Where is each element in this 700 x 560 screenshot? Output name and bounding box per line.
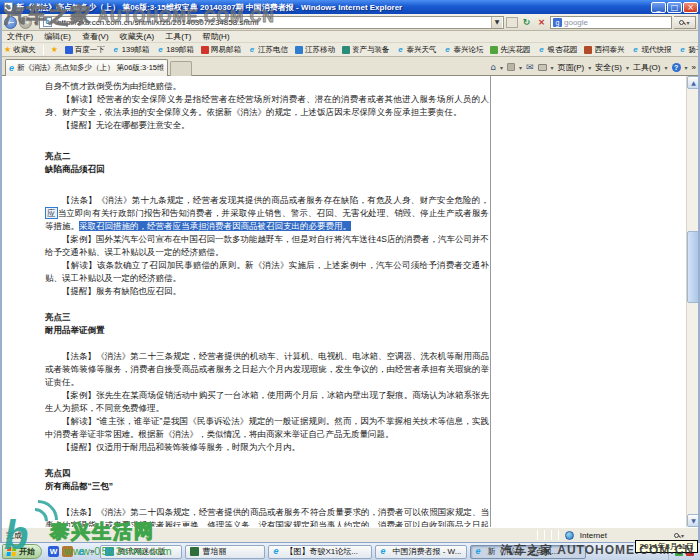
menu-bar: 文件(F) 编辑(E) 查看(V) 收藏夹(A) 工具(T) 帮助(H): [0, 31, 700, 43]
restore-button[interactable]: □: [667, 2, 682, 13]
menu-file[interactable]: 文件(F): [7, 31, 33, 42]
ie-icon: e: [273, 547, 282, 556]
refresh-button[interactable]: ↻: [520, 16, 533, 29]
favorites-item-netease-mail[interactable]: 网易邮箱: [201, 45, 241, 55]
taskbar-button-ccn[interactable]: e 中国消费者报 - W...: [375, 545, 467, 559]
compatibility-view-button[interactable]: [506, 17, 518, 28]
menu-tools[interactable]: 工具(T): [165, 31, 191, 42]
address-dropdown-icon[interactable]: ▼: [491, 17, 502, 28]
favorites-item-xici-taixing[interactable]: 西祠泰兴: [584, 45, 624, 55]
favorites-item-modern-express[interactable]: e现代快报: [631, 45, 671, 55]
quick-launch-overflow-icon[interactable]: »: [90, 547, 94, 556]
feeds-icon[interactable]: [507, 63, 515, 71]
zoom-level-button[interactable]: ▾: [674, 532, 684, 539]
paragraph-interpretation-1: 【解读】经营者的安全保障义务是指经营者在经营场所对消费者、潜在的消费者或者其他进…: [45, 93, 489, 119]
separator: [558, 530, 559, 540]
tools-menu-button[interactable]: 工具(O): [633, 62, 661, 73]
tencent-icon: [105, 547, 114, 556]
favorites-item-taixing-weather[interactable]: e泰兴天气: [396, 45, 436, 55]
favorites-bar: ★ 收藏夹 ★ 百度一下 e139邮箱 e189邮箱 网易邮箱 e江苏电信 江苏…: [0, 43, 700, 57]
globe-favicon: [342, 46, 350, 54]
url-favicon: e: [43, 17, 52, 27]
favorites-item-mail139[interactable]: e139邮箱: [112, 45, 150, 55]
minimize-button[interactable]: _: [651, 2, 666, 13]
quick-launch-word-icon[interactable]: W: [48, 546, 59, 557]
search-input[interactable]: [564, 18, 674, 27]
start-button[interactable]: 开始: [2, 544, 42, 559]
taskbar-button-qq-chat[interactable]: 曹培丽: [185, 545, 265, 559]
favorites-button-label: 收藏夹: [13, 45, 36, 55]
ie-icon: e: [380, 547, 389, 556]
spacer: [45, 132, 489, 150]
favorites-item-baidu[interactable]: 百度一下: [65, 45, 105, 55]
start-label: 开始: [19, 546, 35, 557]
security-menu-button[interactable]: 安全(S): [595, 62, 622, 73]
separator: [43, 45, 44, 55]
ie-page-icon: e: [4, 2, 13, 12]
section-heading-3: 亮点三: [45, 311, 489, 324]
menu-view[interactable]: 查看(V): [82, 31, 109, 42]
zoom-caret-icon[interactable]: ▾: [681, 532, 684, 539]
overflow-chevron-icon[interactable]: »: [692, 63, 696, 72]
close-button[interactable]: ×: [683, 2, 698, 13]
section-heading-4: 亮点四: [45, 467, 489, 480]
paragraph-interpretation-2: 【解读】该条款确立了召回加民事赔偿的原则。新《消法》实施后，上述案例中，汽车公司…: [45, 259, 489, 285]
search-box[interactable]: g: [550, 16, 672, 29]
back-button[interactable]: ←: [4, 16, 17, 29]
separator: [537, 530, 538, 540]
taskbar-button-forum[interactable]: e 【图】奇骏X1论坛...: [268, 545, 372, 559]
home-icon[interactable]: ⌂: [490, 62, 496, 72]
windows-logo-icon: [7, 547, 17, 556]
qq-chat-icon: [190, 547, 199, 556]
boxed-character: 应: [45, 207, 58, 219]
paragraph-law-24: 【法条】《消法》第二十四条规定，经营者提供的商品或者服务不符合质量要求的，消费者…: [45, 506, 489, 527]
ie-favicon: e: [156, 46, 164, 54]
quick-launch-ie-icon[interactable]: e: [76, 546, 87, 557]
address-field[interactable]: e ▼: [39, 16, 504, 29]
clock-date-tooltip: 2014年3月11日: [635, 540, 698, 553]
separator: [551, 530, 552, 540]
favorites-item-ginkgo-garden[interactable]: e银杏花园: [537, 45, 577, 55]
favorites-item-jiangsu-mobile[interactable]: 江苏移动: [295, 45, 335, 55]
status-text: 完成: [6, 530, 22, 541]
favorites-item-taixing-forum[interactable]: e泰兴论坛: [443, 45, 483, 55]
favorites-item-jiangsu-telecom[interactable]: e江苏电信: [248, 45, 288, 55]
column-divider: [490, 76, 491, 527]
taskbar-button-tencent-mini[interactable]: 腾讯网迷你版: [100, 545, 182, 559]
favorites-item-mail189[interactable]: e189邮箱: [156, 45, 194, 55]
mail-icon[interactable]: ✉: [526, 62, 534, 72]
command-bar: ⌂▾ ▾ ✉ ▾ 页面(P)▾ 安全(S)▾ 工具(O)▾ ?▾ »: [490, 59, 696, 75]
menu-favorites[interactable]: 收藏夹(A): [120, 31, 155, 42]
ie-favicon: e: [248, 46, 256, 54]
address-input[interactable]: [55, 17, 491, 27]
new-tab-button[interactable]: [170, 61, 192, 76]
search-button[interactable]: ▾: [674, 16, 696, 29]
stop-button[interactable]: ×: [535, 16, 548, 29]
quick-launch-app-icon[interactable]: [62, 546, 73, 557]
zoom-magnifier-icon: [674, 533, 679, 538]
menu-help[interactable]: 帮助(H): [202, 31, 229, 42]
law-text: 【法条】《消法》第十九条规定，经营者发现其提供的商品或者服务存在缺陷，有危及人身…: [62, 195, 489, 205]
printer-icon[interactable]: [538, 64, 547, 71]
favorites-item-xianbin-garden[interactable]: 先滨花园: [490, 45, 530, 55]
paragraph-case-3: 【案例】张先生在某商场促销活动中购买了一台冰箱，使用两个月后，冰箱内壁出现了裂痕…: [45, 389, 489, 415]
netease-icon: [201, 46, 209, 54]
forward-button[interactable]: →: [19, 16, 32, 29]
tab-bar: e 新《消法》亮点知多少（上） 第06版:3·15维... ⌂▾ ▾ ✉ ▾ 页…: [0, 57, 700, 76]
favorites-item-assets-equipment[interactable]: 资产与装备: [342, 45, 390, 55]
garden-favicon: [490, 46, 498, 54]
menu-edit[interactable]: 编辑(E): [44, 31, 71, 42]
favorites-button[interactable]: ★ 收藏夹: [4, 45, 36, 55]
help-icon[interactable]: ?: [672, 63, 681, 72]
add-favorite-star-icon[interactable]: ★: [51, 46, 58, 54]
section-subheading-3: 耐用品举证倒置: [45, 324, 489, 337]
tab-active[interactable]: e 新《消法》亮点知多少（上） 第06版:3·15维...: [5, 59, 168, 76]
taskbar-button-xiaofa-active[interactable]: e 新《消法》亮点知...: [470, 545, 586, 559]
ie-favicon: e: [678, 46, 686, 54]
paragraph-law-23: 【法条】《消法》第二十三条规定，经营者提供的机动车、计算机、电视机、电冰箱、空调…: [45, 350, 489, 389]
search-options-caret-icon[interactable]: ▾: [686, 19, 689, 26]
page-menu-button[interactable]: 页面(P): [558, 62, 585, 73]
history-dropdown-icon[interactable]: ▾: [34, 19, 37, 26]
spacer: [45, 298, 489, 311]
favorites-item-yangzi-evening[interactable]: e扬子晚报: [678, 45, 700, 55]
